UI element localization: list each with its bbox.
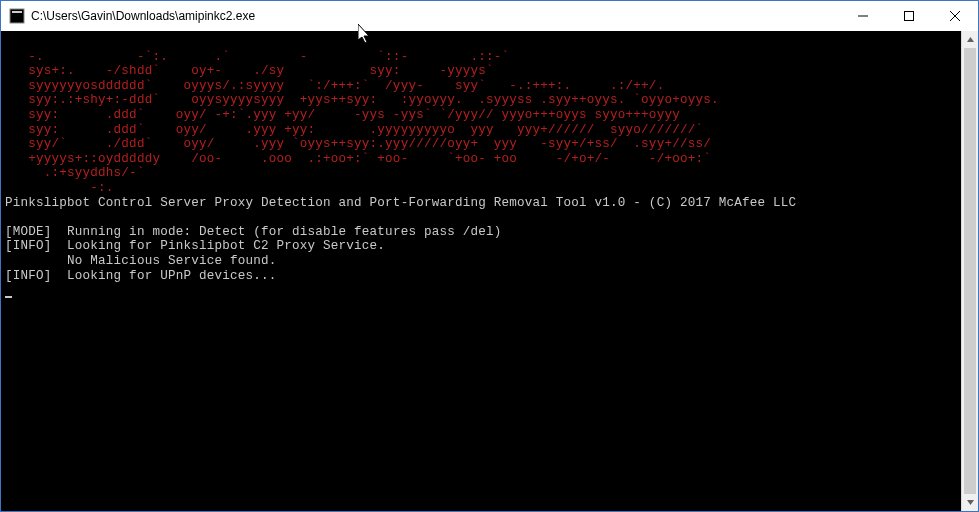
ascii-art-line: -. -`:. .` - `::- .::-`: [5, 50, 509, 64]
vertical-scrollbar[interactable]: [961, 31, 978, 511]
log-text: Running in mode: Detect (for disable fea…: [52, 225, 502, 239]
text-cursor: [5, 296, 12, 298]
log-tag: [INFO]: [5, 269, 52, 283]
log-line: [INFO] Looking for Pinkslipbot C2 Proxy …: [5, 239, 385, 253]
ascii-art-line: syyyyyyosdddddd` oyyys/.:syyyy `:/+++:` …: [5, 79, 664, 93]
log-line: No Malicious Service found.: [5, 254, 277, 268]
app-icon: [9, 8, 25, 24]
titlebar[interactable]: C:\Users\Gavin\Downloads\amipinkc2.exe: [1, 1, 978, 31]
ascii-art-line: .:+syyddhs/-`: [5, 166, 145, 180]
log-tag: [MODE]: [5, 225, 52, 239]
log-line: [INFO] Looking for UPnP devices...: [5, 269, 277, 283]
log-text: Looking for UPnP devices...: [52, 269, 277, 283]
window-title: C:\Users\Gavin\Downloads\amipinkc2.exe: [31, 9, 840, 23]
svg-marker-6: [967, 37, 974, 42]
scroll-up-button[interactable]: [962, 31, 978, 48]
minimize-button[interactable]: [840, 1, 886, 31]
ascii-art-line: syy:.:+shy+:-ddd` oyysyyyysyyy +yys++syy…: [5, 93, 719, 107]
svg-marker-7: [967, 500, 974, 505]
client-area: -. -`:. .` - `::- .::-` sys+:. -/shdd` o…: [1, 31, 978, 511]
scroll-track[interactable]: [962, 48, 978, 494]
banner-line: Pinkslipbot Control Server Proxy Detecti…: [5, 196, 796, 210]
app-window: C:\Users\Gavin\Downloads\amipinkc2.exe -…: [0, 0, 979, 512]
terminal-output[interactable]: -. -`:. .` - `::- .::-` sys+:. -/shdd` o…: [1, 31, 961, 511]
ascii-art-line: syy/` ./ddd` oyy/ .yyy `oyys++syy:.yyy//…: [5, 137, 711, 151]
log-tag: [INFO]: [5, 239, 52, 253]
scroll-thumb[interactable]: [964, 48, 976, 494]
close-button[interactable]: [932, 1, 978, 31]
log-text: No Malicious Service found.: [5, 254, 277, 268]
ascii-art-line: sys+:. -/shdd` oy+- ./sy syy: -yyyys`: [5, 64, 494, 78]
ascii-art-line: -:.: [5, 181, 114, 195]
log-text: Looking for Pinkslipbot C2 Proxy Service…: [52, 239, 386, 253]
scroll-down-button[interactable]: [962, 494, 978, 511]
ascii-art-line: syy: .ddd` oyy/ -+:`.yyy +yy/ -yys -yys`…: [5, 108, 680, 122]
log-line: [MODE] Running in mode: Detect (for disa…: [5, 225, 501, 239]
svg-rect-1: [12, 11, 22, 13]
ascii-art-line: +yyyys+::oydddddy /oo- .ooo .:+oo+:` +oo…: [5, 152, 711, 166]
svg-rect-3: [905, 12, 914, 21]
ascii-art-line: syy: .ddd` oyy/ .yyy +yy: .yyyyyyyyyo yy…: [5, 123, 703, 137]
maximize-button[interactable]: [886, 1, 932, 31]
window-controls: [840, 1, 978, 31]
